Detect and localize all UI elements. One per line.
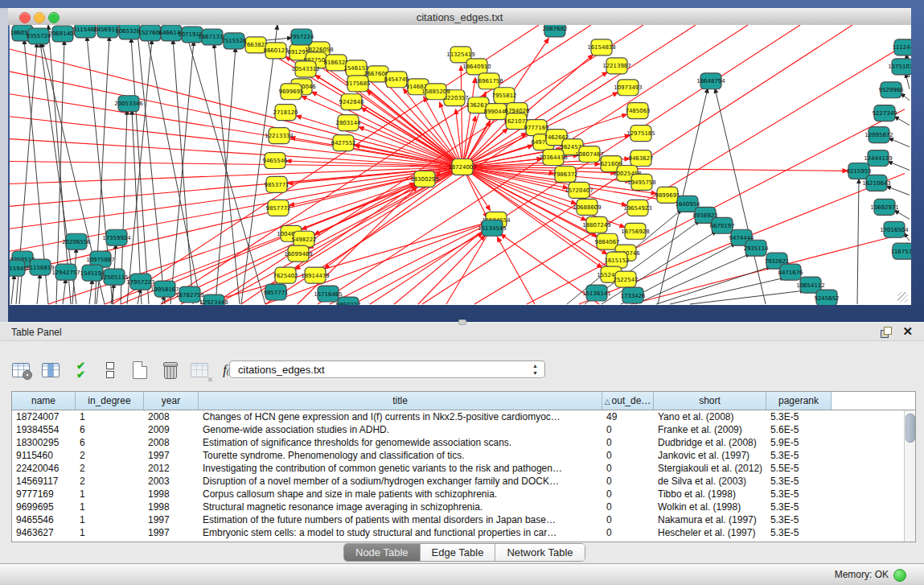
network-node[interactable]: 16756928	[621, 223, 650, 239]
close-panel-icon[interactable]: ✕	[902, 324, 913, 339]
cell-year[interactable]: 1997	[144, 526, 199, 539]
cell-year[interactable]: 2008	[144, 410, 199, 423]
network-node[interactable]: 8471676	[778, 264, 803, 280]
cell-out_degree[interactable]: 0	[602, 436, 654, 449]
table-row[interactable]: 1938455462009Genome-wide association stu…	[12, 423, 905, 436]
column-header-year[interactable]: year	[144, 392, 199, 410]
column-header-short[interactable]: short	[654, 392, 766, 410]
cell-short[interactable]: Stergiakouli et al. (2012)	[654, 462, 766, 475]
network-node[interactable]: 2935114	[743, 240, 769, 256]
table-row[interactable]: 977716911998Corpus callosum shape and si…	[12, 488, 905, 501]
network-node[interactable]: 19654923	[623, 200, 652, 216]
cell-year[interactable]: 1998	[144, 488, 199, 501]
network-node[interactable]: 20206556	[62, 233, 91, 249]
network-node[interactable]: 2522547	[613, 271, 638, 287]
network-node[interactable]: 9777169	[524, 120, 548, 136]
network-node[interactable]: 9242848	[339, 94, 363, 110]
cell-pagerank[interactable]: 5.3E-5	[766, 410, 832, 423]
network-node[interactable]: 16154838	[587, 39, 616, 56]
network-node[interactable]: 7955812	[491, 88, 516, 104]
network-node[interactable]: 12213334	[265, 128, 294, 144]
network-node[interactable]: 9463627	[628, 150, 653, 167]
network-node[interactable]: 12505135	[100, 269, 129, 285]
cell-name[interactable]: 18300295	[12, 436, 76, 449]
network-node[interactable]: 5498222	[291, 231, 316, 247]
column-header-in_degree[interactable]: in_degree	[76, 392, 144, 410]
cell-title[interactable]: Tourette syndrome. Phenomenology and cla…	[199, 449, 602, 462]
cell-short[interactable]: Hescheler et al. (1997)	[654, 526, 766, 539]
cell-in_degree[interactable]: 1	[76, 488, 144, 501]
network-node[interactable]: 8660123	[263, 43, 288, 59]
table-selector-dropdown[interactable]: citations_edges.txt ▲▼	[229, 360, 545, 378]
network-node[interactable]: 15136141	[582, 285, 611, 301]
table-row[interactable]: 1872400712008Changes of HCN gene express…	[12, 410, 905, 423]
cell-pagerank[interactable]: 5.3E-5	[766, 501, 832, 513]
cell-in_degree[interactable]: 6	[76, 423, 144, 436]
network-node[interactable]: 15720407	[565, 182, 593, 198]
cell-in_degree[interactable]: 1	[76, 410, 144, 423]
cell-title[interactable]: Corpus callosum shape and size in male p…	[199, 488, 602, 501]
select-columns-icon[interactable]: ✔✔	[71, 360, 90, 380]
cell-title[interactable]: Genome-wide association studies in ADHD.	[199, 423, 602, 436]
cell-pagerank[interactable]: 5.5E-5	[766, 462, 832, 475]
table-row[interactable]: 946554611997Estimation of the future num…	[12, 513, 905, 526]
float-panel-icon[interactable]	[881, 327, 892, 338]
network-node[interactable]: 12213987	[602, 58, 631, 74]
network-node[interactable]: 1112443	[892, 39, 911, 56]
network-node[interactable]: 20053346	[114, 96, 143, 112]
network-node[interactable]: 9699695	[278, 84, 303, 100]
cell-out_degree[interactable]: 0	[602, 475, 654, 488]
cell-out_degree[interactable]: 49	[602, 410, 654, 423]
network-node[interactable]: 2803144	[335, 115, 361, 131]
cell-short[interactable]: Nakamura et al. (1997)	[654, 513, 766, 526]
cell-short[interactable]: Dudbridge et al. (2008)	[654, 436, 766, 449]
table-row[interactable]: 911546021997Tourette syndrome. Phenomeno…	[12, 449, 905, 462]
network-node[interactable]: 17016504	[880, 221, 909, 237]
cell-out_degree[interactable]: 0	[602, 513, 654, 526]
cell-in_degree[interactable]: 6	[76, 436, 144, 449]
cell-in_degree[interactable]: 2	[76, 462, 144, 475]
cell-year[interactable]: 1997	[144, 513, 199, 526]
network-node[interactable]: 1733426	[620, 287, 645, 303]
cell-out_degree[interactable]: 0	[602, 449, 654, 462]
cell-pagerank[interactable]: 5.3E-5	[766, 526, 832, 539]
cell-year[interactable]: 1997	[144, 449, 199, 462]
table-row[interactable]: 2242004622012Investigating the contribut…	[12, 462, 905, 475]
network-node[interactable]: 18300295	[410, 171, 439, 187]
network-node[interactable]: 9893227	[335, 297, 360, 305]
column-header-pagerank[interactable]: pagerank	[766, 392, 832, 410]
window-resize-grip[interactable]	[897, 292, 908, 303]
show-columns-icon[interactable]	[41, 360, 60, 380]
network-node[interactable]: 18807249	[582, 216, 611, 233]
network-node[interactable]: 15751074	[888, 59, 911, 75]
network-node[interactable]: 12923448	[199, 295, 228, 305]
cell-title[interactable]: Estimation of the future numbers of pati…	[199, 513, 602, 526]
cell-out_degree[interactable]: 0	[602, 526, 654, 539]
cell-pagerank[interactable]: 5.3E-5	[766, 449, 832, 462]
network-node[interactable]: 7986372	[552, 166, 577, 182]
scrollbar-thumb[interactable]	[906, 414, 915, 443]
table-settings-icon[interactable]	[11, 360, 31, 380]
network-node[interactable]: 10807487	[575, 146, 604, 163]
network-node[interactable]: 6679197	[709, 217, 734, 233]
cell-name[interactable]: 9463627	[12, 526, 76, 539]
network-node[interactable]: 11156819	[26, 259, 55, 275]
network-window-titlebar[interactable]: citations_edges.txt	[8, 8, 911, 26]
network-node[interactable]: 20364436	[539, 150, 568, 166]
cell-title[interactable]: Embryonic stem cells: a model to study s…	[199, 526, 602, 539]
network-node[interactable]: 18724007	[448, 159, 477, 175]
split-pane-grabber[interactable]	[458, 319, 466, 325]
tab-node-table[interactable]: Node Table	[344, 544, 421, 561]
network-node[interactable]: 7625402	[273, 267, 298, 283]
network-graph[interactable]: 1872400711325419186409101696175879558121…	[10, 25, 911, 305]
cell-out_degree[interactable]: 0	[602, 488, 654, 501]
cell-name[interactable]: 14569117	[12, 475, 76, 488]
network-node[interactable]: 7957224	[289, 29, 314, 45]
cell-in_degree[interactable]: 1	[76, 501, 144, 513]
table-row[interactable]: 1830029562008Estimation of significance …	[12, 436, 905, 449]
network-node[interactable]: 15134545	[478, 220, 507, 236]
network-node[interactable]: 16961758	[474, 73, 503, 89]
cell-year[interactable]: 2008	[144, 436, 199, 449]
network-node[interactable]: 19495758	[627, 174, 656, 190]
table-row[interactable]: 1456911722003Disruption of a novel membe…	[12, 475, 905, 488]
